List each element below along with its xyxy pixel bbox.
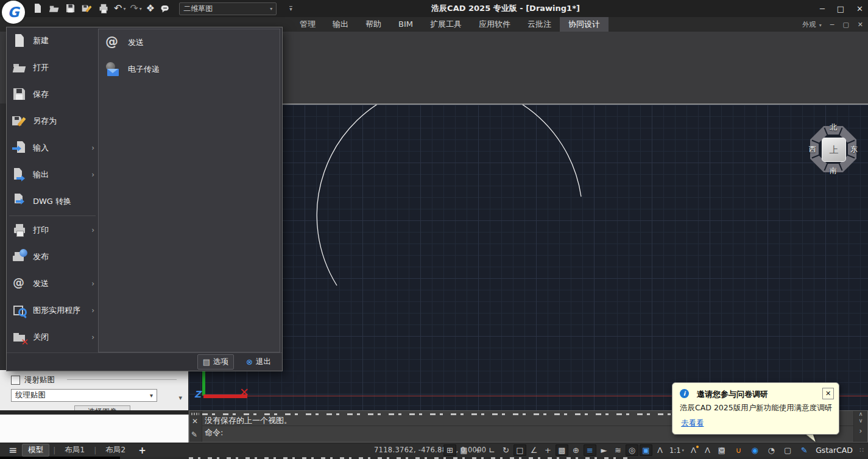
view-cube-north-label[interactable]: 北 [808,122,859,133]
tab-管理[interactable]: 管理 [291,17,324,32]
menu-item-打开[interactable]: 打开 [7,54,98,81]
menu-item-发送[interactable]: 发送› [7,270,98,297]
layout-tab-布局2[interactable]: 布局2 [100,444,131,456]
menu-item-label: DWG 转换 [33,196,71,207]
view-cube-south-label[interactable]: 南 [808,166,859,176]
menu-item-关闭[interactable]: 关闭› [7,324,98,351]
menu-item-图形实用程序[interactable]: 图形实用程序› [7,297,98,324]
open-file-button[interactable] [48,1,60,16]
angle-snap-icon[interactable]: ∠ [528,444,540,456]
diffuse-map-checkbox[interactable] [11,376,20,385]
chevron-down-icon[interactable]: ▾ [123,6,125,12]
grid-display-icon[interactable]: ▦ [457,444,470,456]
popup-close-button[interactable]: ✕ [822,388,834,399]
popup-link[interactable]: 去看看 [681,418,704,429]
submenu-item-发送[interactable]: 发送 [99,29,280,56]
object-snap-icon[interactable]: □ [513,444,526,456]
ribbon-tabs: 管理输出帮助BIM扩展工具应用软件云批注协同设计 [291,17,609,32]
quick-properties-icon[interactable]: ≋ [612,444,624,456]
toolbar-options-icon[interactable]: ▾ [289,6,292,11]
menu-item-DWG 转换[interactable]: DWGDWG 转换 [7,188,98,215]
snap-tracking-icon[interactable]: + [542,444,554,456]
annotation-scale-value[interactable]: 1:1 ▾ [668,444,686,456]
appearance-dropdown[interactable]: 外观 ▾ [802,20,822,29]
menu-item-label: 发送 [33,278,49,289]
layout-tab-布局1[interactable]: 布局1 [59,444,90,456]
command-close-icon[interactable]: ✕ [192,417,198,426]
layout-tab-模型[interactable]: 模型 [22,444,49,457]
chevron-down-icon[interactable]: ▾ [139,6,142,12]
scroll-up-icon[interactable]: ∧ [854,411,867,418]
survey-doc-icon[interactable]: ✎ [799,444,809,456]
tab-云批注[interactable]: 云批注 [519,17,560,32]
drag-handle-icon[interactable] [191,413,199,415]
tab-扩展工具[interactable]: 扩展工具 [422,17,470,32]
workspace-select[interactable]: 二维草图▾ [179,2,277,15]
drawing-canvas[interactable]: ✕ Z 上 北 南 西 东 [189,105,868,410]
tab-帮助[interactable]: 帮助 [357,17,390,32]
menu-item-输入[interactable]: 输入› [7,135,98,161]
minimize-button[interactable]: ─ [820,4,825,13]
unlock-ui-icon[interactable]: ∪ [733,444,743,456]
ribbon-minimize-icon[interactable]: ─ [830,21,834,29]
texture-map-select[interactable]: 纹理贴图 ▾ [11,389,157,402]
command-scrollbar[interactable]: ∧ ∨ › [853,411,867,442]
plot-button[interactable] [97,1,110,16]
chat-button[interactable] [159,1,171,16]
tab-协同设计[interactable]: 协同设计 [560,17,609,32]
zoom-object-icon[interactable]: ◎ [626,444,638,456]
tab-BIM[interactable]: BIM [390,17,422,32]
selection-cycling-icon[interactable]: ► [598,444,610,456]
scroll-down-icon[interactable]: ∨ [854,418,867,424]
options-button[interactable]: ▤ 选项 [197,354,234,370]
menu-item-新建[interactable]: 新建 [7,27,98,54]
document-close-icon[interactable]: ✕ [858,21,863,29]
gstarcad-logo-icon[interactable]: G [2,1,25,24]
document-restore-icon[interactable]: ▢ [842,21,849,29]
annotation-visibility-icon[interactable]: Λ [687,444,700,456]
view-cube[interactable]: 上 北 南 西 东 [808,124,859,175]
diffuse-map-label: 漫射贴图 [24,375,55,385]
lineweight-icon[interactable]: ≡ [584,444,596,456]
annotation-auto-scale-icon[interactable]: Λ [701,444,714,456]
tab-输出[interactable]: 输出 [324,17,357,32]
arc-entity[interactable] [317,105,581,286]
add-layout-button[interactable]: + [136,445,149,456]
title-bar: ↶▾↷▾❖二维草图▾▾ 浩辰CAD 2025 专业版 - [Drawing1*]… [0,0,868,17]
workspace-layers-button[interactable]: ❖ [146,1,155,16]
new-file-button[interactable] [32,1,44,16]
menu-item-保存[interactable]: 保存 [7,81,98,108]
viewport-maximize-icon[interactable]: ▣ [640,444,652,456]
redo-button[interactable]: ↷▾ [130,1,141,16]
save-as-button[interactable] [81,1,93,16]
resize-grip-icon[interactable]: ∷ [859,446,864,454]
undo-button[interactable]: ↶▾ [114,1,125,16]
layout-menu-icon[interactable]: ≡ [9,443,17,457]
polar-tracking-icon[interactable]: ↻ [499,444,512,456]
submenu-item-电子传递[interactable]: 电子传递 [99,56,280,83]
menu-item-打印[interactable]: 打印› [7,217,98,244]
dynamic-ucs-icon[interactable]: ⊕ [570,444,582,456]
exit-button[interactable]: ⊗ 退出 [241,355,276,369]
snap-mode-icon[interactable]: ⊞ [443,444,456,456]
submenu-arrow-icon: › [91,144,94,152]
settings-icon[interactable]: ⚙ [717,444,727,456]
ortho-mode-icon[interactable]: ∟ [485,444,498,456]
groupbox-line [67,379,177,380]
snap-settings-icon[interactable]: + [471,444,484,456]
hatch-transparency-icon[interactable]: ▩ [556,444,568,456]
annotation-scale-icon-icon[interactable]: Λ [654,444,666,456]
clean-screen-icon[interactable]: ▢ [783,444,792,456]
tab-应用软件[interactable]: 应用软件 [470,17,519,32]
save-button[interactable] [65,1,77,16]
hardware-acceleration-icon[interactable]: ◉ [750,444,760,456]
menu-item-发布[interactable]: 发布 [7,244,98,270]
expand-right-icon[interactable]: › [854,428,867,435]
menu-item-输出[interactable]: 输出› [7,161,98,188]
palette-scroll-down-icon[interactable]: ▾ [178,394,182,402]
view-cube-east-label[interactable]: 东 [828,144,868,155]
menu-item-另存为[interactable]: 另存为 [7,108,98,135]
maximize-button[interactable]: □ [837,4,844,13]
close-button[interactable]: ✕ [856,4,863,13]
performance-icon[interactable]: ◔ [766,444,776,456]
